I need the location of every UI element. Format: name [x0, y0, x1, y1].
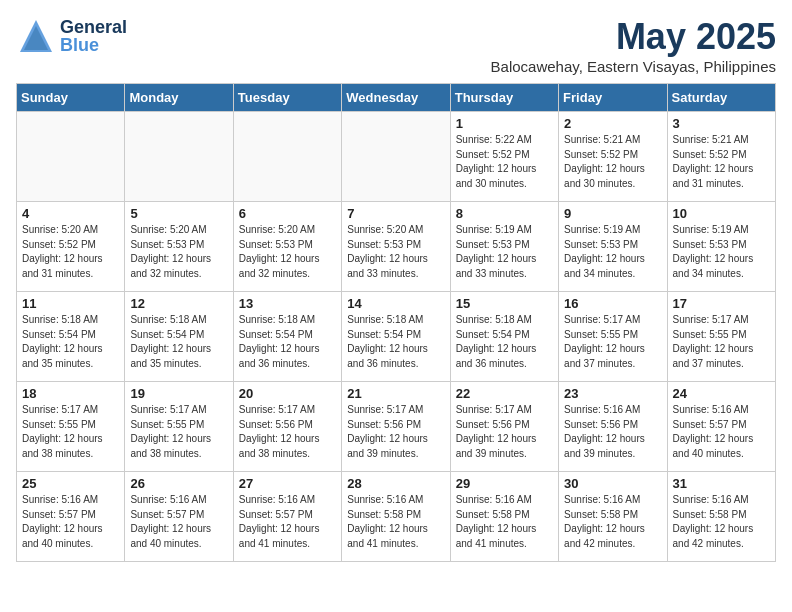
day-number: 17: [673, 296, 770, 311]
logo-text: General Blue: [60, 18, 127, 54]
calendar-cell: 12Sunrise: 5:18 AM Sunset: 5:54 PM Dayli…: [125, 292, 233, 382]
calendar-cell: 31Sunrise: 5:16 AM Sunset: 5:58 PM Dayli…: [667, 472, 775, 562]
day-number: 29: [456, 476, 553, 491]
day-number: 3: [673, 116, 770, 131]
day-detail: Sunrise: 5:19 AM Sunset: 5:53 PM Dayligh…: [564, 223, 661, 281]
logo-blue: Blue: [60, 36, 127, 54]
calendar-table: SundayMondayTuesdayWednesdayThursdayFrid…: [16, 83, 776, 562]
calendar-cell: 11Sunrise: 5:18 AM Sunset: 5:54 PM Dayli…: [17, 292, 125, 382]
calendar-cell: 23Sunrise: 5:16 AM Sunset: 5:56 PM Dayli…: [559, 382, 667, 472]
day-number: 12: [130, 296, 227, 311]
day-number: 8: [456, 206, 553, 221]
calendar-header-tuesday: Tuesday: [233, 84, 341, 112]
day-number: 5: [130, 206, 227, 221]
calendar-header-sunday: Sunday: [17, 84, 125, 112]
day-detail: Sunrise: 5:17 AM Sunset: 5:55 PM Dayligh…: [22, 403, 119, 461]
calendar-cell: [342, 112, 450, 202]
day-number: 14: [347, 296, 444, 311]
day-detail: Sunrise: 5:19 AM Sunset: 5:53 PM Dayligh…: [673, 223, 770, 281]
day-number: 1: [456, 116, 553, 131]
month-title: May 2025: [491, 16, 776, 58]
calendar-cell: 19Sunrise: 5:17 AM Sunset: 5:55 PM Dayli…: [125, 382, 233, 472]
day-number: 28: [347, 476, 444, 491]
calendar-cell: 14Sunrise: 5:18 AM Sunset: 5:54 PM Dayli…: [342, 292, 450, 382]
day-detail: Sunrise: 5:17 AM Sunset: 5:56 PM Dayligh…: [239, 403, 336, 461]
day-number: 9: [564, 206, 661, 221]
day-number: 19: [130, 386, 227, 401]
day-detail: Sunrise: 5:17 AM Sunset: 5:56 PM Dayligh…: [347, 403, 444, 461]
day-number: 6: [239, 206, 336, 221]
day-number: 26: [130, 476, 227, 491]
day-number: 13: [239, 296, 336, 311]
calendar-cell: 29Sunrise: 5:16 AM Sunset: 5:58 PM Dayli…: [450, 472, 558, 562]
day-number: 30: [564, 476, 661, 491]
calendar-cell: 7Sunrise: 5:20 AM Sunset: 5:53 PM Daylig…: [342, 202, 450, 292]
logo-general: General: [60, 18, 127, 36]
day-detail: Sunrise: 5:17 AM Sunset: 5:55 PM Dayligh…: [130, 403, 227, 461]
calendar-cell: 30Sunrise: 5:16 AM Sunset: 5:58 PM Dayli…: [559, 472, 667, 562]
calendar-cell: 4Sunrise: 5:20 AM Sunset: 5:52 PM Daylig…: [17, 202, 125, 292]
calendar-header-monday: Monday: [125, 84, 233, 112]
calendar-cell: 16Sunrise: 5:17 AM Sunset: 5:55 PM Dayli…: [559, 292, 667, 382]
calendar-week-row: 1Sunrise: 5:22 AM Sunset: 5:52 PM Daylig…: [17, 112, 776, 202]
day-number: 16: [564, 296, 661, 311]
day-detail: Sunrise: 5:16 AM Sunset: 5:58 PM Dayligh…: [564, 493, 661, 551]
day-detail: Sunrise: 5:18 AM Sunset: 5:54 PM Dayligh…: [456, 313, 553, 371]
day-number: 25: [22, 476, 119, 491]
calendar-cell: 3Sunrise: 5:21 AM Sunset: 5:52 PM Daylig…: [667, 112, 775, 202]
day-number: 10: [673, 206, 770, 221]
day-detail: Sunrise: 5:19 AM Sunset: 5:53 PM Dayligh…: [456, 223, 553, 281]
calendar-cell: [233, 112, 341, 202]
day-detail: Sunrise: 5:20 AM Sunset: 5:52 PM Dayligh…: [22, 223, 119, 281]
calendar-header-row: SundayMondayTuesdayWednesdayThursdayFrid…: [17, 84, 776, 112]
calendar-cell: 8Sunrise: 5:19 AM Sunset: 5:53 PM Daylig…: [450, 202, 558, 292]
calendar-cell: 20Sunrise: 5:17 AM Sunset: 5:56 PM Dayli…: [233, 382, 341, 472]
day-number: 2: [564, 116, 661, 131]
calendar-cell: [17, 112, 125, 202]
day-detail: Sunrise: 5:21 AM Sunset: 5:52 PM Dayligh…: [673, 133, 770, 191]
calendar-cell: [125, 112, 233, 202]
day-number: 31: [673, 476, 770, 491]
day-detail: Sunrise: 5:16 AM Sunset: 5:57 PM Dayligh…: [239, 493, 336, 551]
calendar-cell: 27Sunrise: 5:16 AM Sunset: 5:57 PM Dayli…: [233, 472, 341, 562]
day-detail: Sunrise: 5:16 AM Sunset: 5:57 PM Dayligh…: [130, 493, 227, 551]
day-detail: Sunrise: 5:18 AM Sunset: 5:54 PM Dayligh…: [130, 313, 227, 371]
calendar-cell: 28Sunrise: 5:16 AM Sunset: 5:58 PM Dayli…: [342, 472, 450, 562]
day-detail: Sunrise: 5:20 AM Sunset: 5:53 PM Dayligh…: [347, 223, 444, 281]
day-detail: Sunrise: 5:18 AM Sunset: 5:54 PM Dayligh…: [239, 313, 336, 371]
calendar-cell: 17Sunrise: 5:17 AM Sunset: 5:55 PM Dayli…: [667, 292, 775, 382]
calendar-cell: 26Sunrise: 5:16 AM Sunset: 5:57 PM Dayli…: [125, 472, 233, 562]
day-detail: Sunrise: 5:20 AM Sunset: 5:53 PM Dayligh…: [130, 223, 227, 281]
calendar-cell: 21Sunrise: 5:17 AM Sunset: 5:56 PM Dayli…: [342, 382, 450, 472]
day-detail: Sunrise: 5:16 AM Sunset: 5:56 PM Dayligh…: [564, 403, 661, 461]
day-detail: Sunrise: 5:16 AM Sunset: 5:58 PM Dayligh…: [673, 493, 770, 551]
day-detail: Sunrise: 5:20 AM Sunset: 5:53 PM Dayligh…: [239, 223, 336, 281]
calendar-header-thursday: Thursday: [450, 84, 558, 112]
calendar-cell: 2Sunrise: 5:21 AM Sunset: 5:52 PM Daylig…: [559, 112, 667, 202]
day-number: 18: [22, 386, 119, 401]
calendar-cell: 18Sunrise: 5:17 AM Sunset: 5:55 PM Dayli…: [17, 382, 125, 472]
day-number: 24: [673, 386, 770, 401]
day-number: 15: [456, 296, 553, 311]
logo-icon: [16, 16, 56, 56]
page-header: General Blue May 2025 Balocawehay, Easte…: [16, 16, 776, 75]
calendar-cell: 5Sunrise: 5:20 AM Sunset: 5:53 PM Daylig…: [125, 202, 233, 292]
calendar-cell: 25Sunrise: 5:16 AM Sunset: 5:57 PM Dayli…: [17, 472, 125, 562]
day-detail: Sunrise: 5:18 AM Sunset: 5:54 PM Dayligh…: [347, 313, 444, 371]
day-number: 7: [347, 206, 444, 221]
calendar-cell: 6Sunrise: 5:20 AM Sunset: 5:53 PM Daylig…: [233, 202, 341, 292]
calendar-week-row: 4Sunrise: 5:20 AM Sunset: 5:52 PM Daylig…: [17, 202, 776, 292]
title-block: May 2025 Balocawehay, Eastern Visayas, P…: [491, 16, 776, 75]
day-number: 23: [564, 386, 661, 401]
calendar-header-saturday: Saturday: [667, 84, 775, 112]
calendar-cell: 9Sunrise: 5:19 AM Sunset: 5:53 PM Daylig…: [559, 202, 667, 292]
day-detail: Sunrise: 5:16 AM Sunset: 5:58 PM Dayligh…: [456, 493, 553, 551]
logo: General Blue: [16, 16, 127, 56]
calendar-cell: 15Sunrise: 5:18 AM Sunset: 5:54 PM Dayli…: [450, 292, 558, 382]
calendar-week-row: 11Sunrise: 5:18 AM Sunset: 5:54 PM Dayli…: [17, 292, 776, 382]
calendar-cell: 22Sunrise: 5:17 AM Sunset: 5:56 PM Dayli…: [450, 382, 558, 472]
day-number: 22: [456, 386, 553, 401]
location-title: Balocawehay, Eastern Visayas, Philippine…: [491, 58, 776, 75]
calendar-week-row: 18Sunrise: 5:17 AM Sunset: 5:55 PM Dayli…: [17, 382, 776, 472]
day-number: 20: [239, 386, 336, 401]
